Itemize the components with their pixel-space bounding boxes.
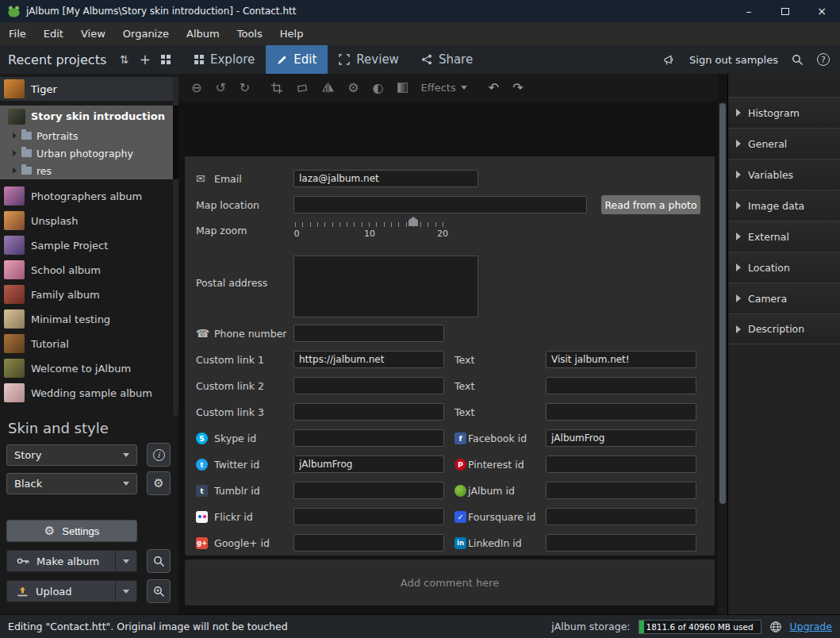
foursquare-id-input[interactable] (546, 508, 696, 525)
main-scrollbar[interactable] (718, 102, 727, 614)
skin-select[interactable]: Story (6, 444, 137, 466)
project-item[interactable]: Tutorial (0, 332, 173, 356)
project-item[interactable]: Welcome to jAlbum (0, 356, 173, 380)
custom-link-1-url-input[interactable] (293, 351, 444, 368)
expand-arrow-icon[interactable] (13, 167, 17, 174)
sidebar-scrollbar-thumb[interactable] (173, 106, 178, 179)
slider-handle[interactable] (408, 217, 418, 226)
rotate-right-icon[interactable]: ↻ (240, 80, 250, 95)
skype-id-input[interactable] (293, 429, 444, 447)
section-histogram[interactable]: Histogram (728, 97, 840, 128)
flickr-id-input[interactable] (293, 508, 444, 525)
linkedin-id-input[interactable] (546, 534, 696, 552)
custom-link-3-url-input[interactable] (293, 403, 444, 421)
project-thumbnail (4, 383, 25, 402)
circle-minus-icon[interactable]: ⊖ (191, 80, 201, 95)
project-item[interactable]: Minimal testing (0, 307, 173, 331)
tumblr-id-input[interactable] (293, 482, 444, 499)
tab-share[interactable]: Share (410, 45, 484, 74)
facebook-id-input[interactable] (546, 429, 696, 447)
globe-icon[interactable] (769, 621, 782, 633)
tab-explore[interactable]: Explore (183, 45, 266, 74)
main-scrollbar-thumb[interactable] (719, 103, 726, 504)
tree-item-root[interactable]: Story skin introduction (0, 106, 173, 127)
make-album-dropdown[interactable] (115, 551, 136, 571)
custom-link-1-text-input[interactable] (546, 351, 696, 368)
project-item[interactable]: School album (0, 258, 173, 282)
map-location-input[interactable] (293, 196, 587, 213)
project-item-tiger[interactable]: Tiger (0, 77, 173, 101)
section-general[interactable]: General (728, 128, 840, 159)
googleplus-id-input[interactable] (293, 534, 444, 552)
tab-review[interactable]: Review (328, 45, 410, 74)
upgrade-link[interactable]: Upgrade (790, 621, 832, 632)
adjustments-gear-icon[interactable]: ⚙ (347, 80, 359, 95)
settings-button[interactable]: ⚙ Settings (6, 520, 137, 542)
section-description[interactable]: Description (728, 313, 840, 344)
upload-dropdown[interactable] (115, 581, 136, 601)
custom-link-2-url-input[interactable] (293, 377, 444, 394)
sidebar-scrollbar[interactable] (173, 77, 178, 416)
make-album-button[interactable]: Make album (6, 550, 137, 572)
project-item[interactable]: Photographers album (0, 184, 173, 208)
project-item[interactable]: Family album (0, 282, 173, 306)
straighten-icon[interactable] (296, 83, 309, 94)
search-icon[interactable] (792, 54, 804, 66)
tree-item-portraits[interactable]: Portraits (0, 127, 173, 144)
menu-album[interactable]: Album (178, 22, 228, 45)
redo-icon[interactable]: ↷ (512, 80, 523, 95)
close-button[interactable]: × (804, 0, 840, 22)
sort-projects-icon[interactable]: ⇅ (120, 53, 129, 66)
expand-arrow-icon[interactable] (13, 150, 17, 156)
project-item[interactable]: Wedding sample album (0, 381, 173, 405)
preview-upload-button[interactable] (147, 579, 171, 603)
effects-dropdown[interactable]: Effects (421, 82, 467, 94)
map-zoom-slider[interactable]: 0 10 20 (293, 217, 448, 244)
jalbum-id-input[interactable] (546, 482, 696, 499)
menu-file[interactable]: File (0, 22, 35, 45)
levels-icon[interactable] (397, 83, 408, 93)
megaphone-icon[interactable] (663, 54, 676, 66)
style-settings-button[interactable]: ⚙ (147, 471, 171, 495)
email-input[interactable] (293, 170, 478, 187)
tab-edit[interactable]: Edit (266, 45, 328, 74)
project-item[interactable]: Sample Project (0, 233, 173, 257)
postal-address-textarea[interactable] (293, 256, 478, 317)
grid-view-icon[interactable] (161, 55, 171, 64)
menu-organize[interactable]: Organize (114, 22, 178, 45)
section-variables[interactable]: Variables (728, 159, 840, 190)
twitter-id-input[interactable] (293, 455, 444, 473)
preview-album-button[interactable] (147, 549, 171, 573)
crop-icon[interactable] (271, 83, 282, 94)
flip-icon[interactable] (322, 83, 334, 93)
upload-button[interactable]: Upload (6, 580, 137, 602)
rotate-left-icon[interactable]: ↺ (215, 80, 225, 95)
read-from-photo-button[interactable]: Read from a photo (601, 195, 700, 214)
phone-input[interactable] (293, 325, 444, 342)
tree-item-res[interactable]: res (0, 162, 173, 179)
minimize-button[interactable]: – (731, 0, 767, 22)
comment-input[interactable] (185, 559, 715, 605)
section-location[interactable]: Location (728, 252, 840, 282)
help-icon[interactable]: ? (817, 53, 830, 66)
menu-help[interactable]: Help (271, 22, 313, 45)
section-external[interactable]: External (728, 221, 840, 252)
tree-item-urban-photography[interactable]: Urban photography (0, 144, 173, 162)
contrast-icon[interactable]: ◐ (373, 80, 384, 95)
expand-arrow-icon[interactable] (13, 133, 17, 139)
style-select[interactable]: Black (6, 473, 137, 494)
section-camera[interactable]: Camera (728, 282, 840, 313)
maximize-button[interactable] (767, 0, 804, 22)
pinterest-id-input[interactable] (546, 455, 696, 473)
add-project-icon[interactable]: + (140, 52, 151, 67)
section-image-data[interactable]: Image data (728, 190, 840, 221)
custom-link-3-text-input[interactable] (546, 403, 696, 421)
skin-info-button[interactable]: i (147, 443, 171, 467)
sign-out-link[interactable]: Sign out samples (689, 54, 778, 66)
menu-view[interactable]: View (72, 22, 114, 45)
project-item[interactable]: Unsplash (0, 209, 173, 233)
custom-link-2-text-input[interactable] (546, 377, 696, 394)
menu-tools[interactable]: Tools (228, 22, 271, 45)
menu-edit[interactable]: Edit (35, 22, 72, 45)
undo-icon[interactable]: ↶ (489, 80, 499, 95)
